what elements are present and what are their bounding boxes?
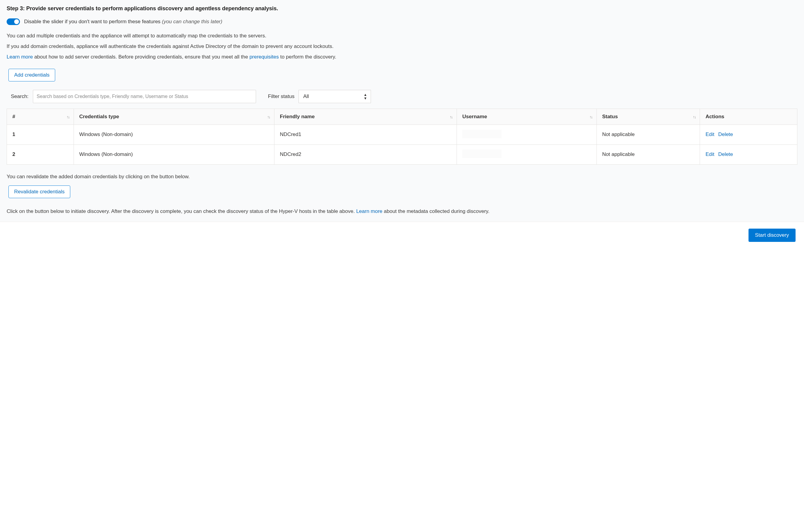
cell-friendly: NDCred1 bbox=[274, 125, 457, 145]
col-header-friendly[interactable]: Friendly name↑↓ bbox=[274, 109, 457, 125]
intro-line-2: If you add domain credentials, appliance… bbox=[7, 42, 797, 51]
toggle-label-main: Disable the slider if you don't want to … bbox=[24, 19, 162, 24]
toggle-label-hint: (you can change this later) bbox=[162, 19, 222, 24]
cell-username-masked bbox=[462, 130, 501, 138]
step-title: Step 3: Provide server credentials to pe… bbox=[7, 5, 797, 12]
col-header-actions: Actions bbox=[700, 109, 797, 125]
sort-icon: ↑↓ bbox=[590, 114, 592, 119]
cell-status: Not applicable bbox=[596, 125, 700, 145]
search-input[interactable] bbox=[33, 90, 256, 103]
learn-more-credentials-link[interactable]: Learn more bbox=[7, 54, 33, 60]
col-header-actions-label: Actions bbox=[705, 114, 724, 119]
cell-num: 1 bbox=[12, 132, 15, 137]
table-header-row: #↑↓ Credentials type↑↓ Friendly name↑↓ U… bbox=[7, 109, 797, 125]
col-header-username[interactable]: Username↑↓ bbox=[457, 109, 596, 125]
cell-type: Windows (Non-domain) bbox=[74, 145, 274, 164]
table-row: 1 Windows (Non-domain) NDCred1 Not appli… bbox=[7, 125, 797, 145]
discovery-text: Click on the button below to initiate di… bbox=[7, 207, 797, 216]
col-header-type-label: Credentials type bbox=[79, 114, 119, 119]
cell-num: 2 bbox=[12, 151, 15, 157]
col-header-username-label: Username bbox=[462, 114, 487, 119]
sort-icon: ↑↓ bbox=[693, 114, 695, 119]
start-discovery-button[interactable]: Start discovery bbox=[748, 229, 796, 242]
revalidate-text: You can revalidate the added domain cred… bbox=[7, 172, 797, 181]
cell-status: Not applicable bbox=[596, 145, 700, 164]
discovery-text-part1: Click on the button below to initiate di… bbox=[7, 208, 356, 214]
filter-status-select[interactable]: All ▲▼ bbox=[299, 90, 371, 103]
sort-icon: ↑↓ bbox=[449, 114, 452, 119]
col-header-type[interactable]: Credentials type↑↓ bbox=[74, 109, 274, 125]
footer-bar: Start discovery bbox=[0, 222, 804, 250]
revalidate-credentials-button[interactable]: Revalidate credentials bbox=[8, 186, 70, 198]
intro-line-1: You can add multiple credentials and the… bbox=[7, 32, 797, 40]
col-header-num[interactable]: #↑↓ bbox=[7, 109, 74, 125]
col-header-friendly-label: Friendly name bbox=[280, 114, 314, 119]
col-header-status[interactable]: Status↑↓ bbox=[596, 109, 700, 125]
filter-status-label: Filter status bbox=[268, 94, 295, 99]
delete-link[interactable]: Delete bbox=[718, 151, 733, 157]
filter-status-value: All bbox=[303, 94, 309, 99]
cell-type: Windows (Non-domain) bbox=[74, 125, 274, 145]
feature-toggle-label: Disable the slider if you don't want to … bbox=[24, 19, 222, 25]
feature-toggle[interactable] bbox=[7, 18, 20, 25]
intro-line-3-mid: about how to add server credentials. Bef… bbox=[33, 54, 249, 60]
table-row: 2 Windows (Non-domain) NDCred2 Not appli… bbox=[7, 145, 797, 164]
edit-link[interactable]: Edit bbox=[705, 132, 714, 137]
learn-more-discovery-link[interactable]: Learn more bbox=[356, 208, 382, 214]
cell-friendly: NDCred2 bbox=[274, 145, 457, 164]
delete-link[interactable]: Delete bbox=[718, 132, 733, 137]
select-caret-icon: ▲▼ bbox=[364, 93, 367, 100]
add-credentials-button[interactable]: Add credentials bbox=[8, 69, 55, 81]
cell-username-masked bbox=[462, 150, 501, 158]
edit-link[interactable]: Edit bbox=[705, 151, 714, 157]
intro-line-3-end: to perform the discovery. bbox=[279, 54, 336, 60]
discovery-text-part2: about the metadata collected during disc… bbox=[382, 208, 490, 214]
credentials-table: #↑↓ Credentials type↑↓ Friendly name↑↓ U… bbox=[7, 109, 797, 165]
prerequisites-link[interactable]: prerequisites bbox=[249, 54, 279, 60]
search-label: Search: bbox=[11, 94, 28, 99]
sort-icon: ↑↓ bbox=[66, 114, 69, 119]
col-header-status-label: Status bbox=[602, 114, 618, 119]
col-header-num-label: # bbox=[12, 114, 15, 119]
intro-line-3: Learn more about how to add server crede… bbox=[7, 53, 797, 61]
sort-icon: ↑↓ bbox=[267, 114, 270, 119]
